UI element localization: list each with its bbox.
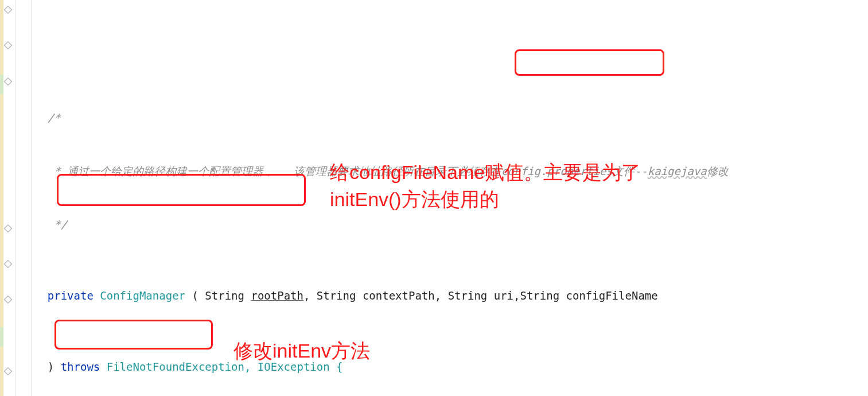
code-line[interactable]: /* [21,109,868,127]
param: contextPath [356,289,434,302]
annotation-box [515,49,664,76]
exception: FileNotFoundException, IOException { [100,360,342,373]
code-line[interactable]: */ [21,216,868,234]
keyword: private [48,289,94,302]
comment-text: */ [48,218,67,231]
comment-text: * 通过一个给定的路径构建一个配置管理器， 该管理器要求地址路径所在目录下必须存… [48,165,648,177]
text: , String [435,289,488,302]
code-line[interactable]: private ConfigManager ( String rootPath,… [21,287,868,305]
fold-marker-icon[interactable] [4,6,12,14]
annotation-box [55,320,213,350]
param: configFileName [559,289,658,302]
param: rootPath [251,289,303,302]
param: uri [487,289,513,302]
keyword: throws [61,360,100,373]
fold-marker-icon[interactable] [4,41,12,49]
comment-link: kaigejava [648,165,707,177]
fold-marker-icon[interactable] [4,260,12,268]
code-editor[interactable]: /* * 通过一个给定的路径构建一个配置管理器， 该管理器要求地址路径所在目录下… [0,0,868,396]
comment-text: 修改 [707,165,729,177]
editor-gutter [0,0,15,396]
annotation-text: initEnv()方法使用的 [330,187,499,211]
comment-text: /* [48,111,61,124]
fold-marker-icon[interactable] [4,296,12,304]
text: ) [48,360,61,373]
code-line[interactable]: ) throws FileNotFoundException, IOExcept… [21,358,868,376]
text: ,String [513,289,559,302]
text: ( [185,289,205,302]
class-name: ConfigManager [100,289,185,302]
text: String [205,289,244,302]
text: , String [303,289,356,302]
fold-marker-icon[interactable] [4,77,12,86]
fold-marker-icon[interactable] [4,367,12,375]
fold-marker-icon[interactable] [4,224,12,232]
code-text-area[interactable]: /* * 通过一个给定的路径构建一个配置管理器， 该管理器要求地址路径所在目录下… [15,0,868,396]
code-line[interactable]: * 通过一个给定的路径构建一个配置管理器， 该管理器要求地址路径所在目录下必须存… [21,162,868,180]
